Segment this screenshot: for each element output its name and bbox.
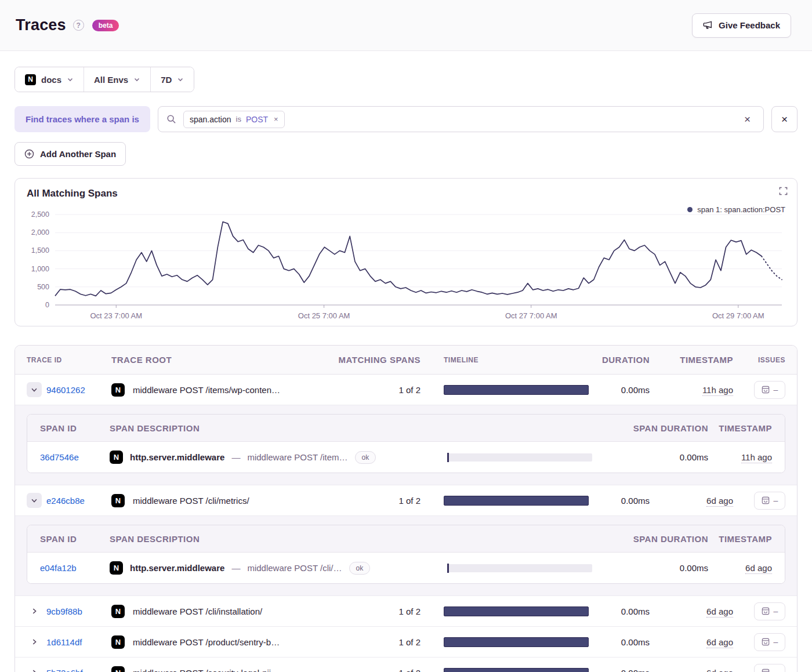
span-id-link[interactable]: 36d7546e <box>40 452 79 462</box>
issues-icon <box>762 496 770 504</box>
expand-chart-icon[interactable] <box>779 187 788 198</box>
issues-icon <box>762 669 770 672</box>
header-span-description: Span Description <box>110 423 447 433</box>
span-timeline-track <box>447 453 592 462</box>
expanded-spans-section: Span ID Span Description Span Duration T… <box>15 405 797 485</box>
trace-root-text: middleware POST /product/sentry-b… <box>133 637 280 647</box>
project-icon: N <box>111 383 125 397</box>
svg-text:500: 500 <box>37 283 49 291</box>
trace-id-link[interactable]: 1d6114df <box>46 637 82 647</box>
svg-text:1,000: 1,000 <box>31 265 49 273</box>
span-duration-value: 0.00ms <box>592 452 708 462</box>
issues-button[interactable]: – <box>754 381 785 399</box>
date-range-label: 7D <box>161 75 172 85</box>
span-timestamp-value: 6d ago <box>745 563 772 574</box>
trace-timeline-bar <box>444 637 589 647</box>
span-op: http.server.middleware <box>130 563 224 573</box>
svg-text:Oct 23 7:00 AM: Oct 23 7:00 AM <box>90 311 142 320</box>
span-desc: middleware POST /item… <box>247 452 347 462</box>
project-filter[interactable]: N docs <box>15 67 84 92</box>
add-another-span-button[interactable]: Add Another Span <box>14 142 126 166</box>
trace-id-link[interactable]: e246cb8e <box>46 496 85 506</box>
megaphone-icon <box>703 20 713 30</box>
span-search-input[interactable]: span.action is POST × × <box>158 106 764 132</box>
span-panel: Span ID Span Description Span Duration T… <box>27 525 785 584</box>
expand-chevron[interactable] <box>27 634 42 649</box>
trace-id-link[interactable]: 5b72a6bf <box>46 668 83 672</box>
table-row: e246cb8e N middleware POST /cli/metrics/… <box>15 485 797 516</box>
expand-chevron[interactable] <box>27 604 42 619</box>
span-panel: Span ID Span Description Span Duration T… <box>27 414 785 473</box>
issues-button[interactable]: – <box>754 664 785 672</box>
duration-value: 0.00ms <box>589 668 650 672</box>
traces-table-body: 94601262 N middleware POST /items/wp-con… <box>15 375 797 672</box>
trace-id-link[interactable]: 9cb9f88b <box>46 606 82 616</box>
matching-spans-value: 1 of 2 <box>322 637 420 647</box>
matching-spans-value: 1 of 2 <box>322 496 420 506</box>
issues-dash: – <box>774 668 778 672</box>
expand-chevron[interactable] <box>27 382 42 397</box>
spans-chart: 05001,0001,5002,0002,500Oct 23 7:00 AMOc… <box>27 206 785 322</box>
chevron-down-icon <box>177 76 184 83</box>
help-icon[interactable]: ? <box>73 20 84 31</box>
chart-legend: span 1: span.action:POST <box>687 205 785 214</box>
issues-dash: – <box>774 496 778 505</box>
filter-token[interactable]: span.action is POST × <box>183 111 285 128</box>
all-matching-spans-panel: All Matching Spans span 1: span.action:P… <box>14 178 798 326</box>
timestamp-value: 11h ago <box>702 385 733 396</box>
table-row: 94601262 N middleware POST /items/wp-con… <box>15 375 797 405</box>
environment-filter[interactable]: All Envs <box>84 67 150 92</box>
span-duration-value: 0.00ms <box>592 563 708 573</box>
header-span-timestamp: Timestamp <box>708 423 772 433</box>
timestamp-value: 6d ago <box>706 606 733 617</box>
issues-button[interactable]: – <box>754 492 785 510</box>
span-row: 36d7546e N http.server.middleware — midd… <box>27 442 785 473</box>
remove-span-query-button[interactable]: × <box>771 106 798 132</box>
header-trace-id: Trace ID <box>27 356 111 364</box>
span-table-header: Span ID Span Description Span Duration T… <box>27 525 785 553</box>
trace-root-text: middleware POST /security-legal-pii… <box>133 668 280 672</box>
header-matching-spans: Matching Spans <box>322 355 420 365</box>
header-span-description: Span Description <box>110 534 447 544</box>
matching-spans-value: 1 of 2 <box>322 668 420 672</box>
timestamp-value: 6d ago <box>706 496 733 507</box>
traces-table: Trace ID Trace Root Matching Spans Timel… <box>14 345 798 672</box>
remove-token-icon[interactable]: × <box>274 115 278 123</box>
span-id-link[interactable]: e04fa12b <box>40 563 77 573</box>
header-span-id: Span ID <box>40 534 110 544</box>
duration-value: 0.00ms <box>589 637 650 647</box>
page-header: Traces ? beta Give Feedback <box>0 0 812 51</box>
svg-text:0: 0 <box>45 301 49 309</box>
date-range-filter[interactable]: 7D <box>150 67 194 92</box>
project-icon: N <box>111 494 125 507</box>
table-row: 5b72a6bf N middleware POST /security-leg… <box>15 658 797 672</box>
matching-spans-value: 1 of 2 <box>322 385 420 395</box>
span-desc: middleware POST /cli/… <box>247 563 342 573</box>
expand-chevron[interactable] <box>27 493 42 508</box>
trace-timeline-bar <box>444 606 589 616</box>
token-operator: is <box>236 115 241 123</box>
legend-dot <box>687 207 693 212</box>
project-icon: N <box>110 561 123 575</box>
issues-dash: – <box>774 637 778 646</box>
issues-icon <box>762 386 770 394</box>
span-op-dash: — <box>231 563 240 573</box>
clear-search-icon[interactable]: × <box>740 111 755 128</box>
header-trace-root: Trace Root <box>111 355 322 365</box>
issues-icon <box>762 607 770 615</box>
issues-button[interactable]: – <box>754 633 785 651</box>
issues-button[interactable]: – <box>754 602 785 620</box>
give-feedback-button[interactable]: Give Feedback <box>692 13 791 38</box>
expand-chevron[interactable] <box>27 665 42 672</box>
trace-id-link[interactable]: 94601262 <box>46 385 85 395</box>
expanded-spans-section: Span ID Span Description Span Duration T… <box>15 516 797 596</box>
header-span-id: Span ID <box>40 423 110 433</box>
span-status-badge: ok <box>355 451 376 464</box>
project-filter-label: docs <box>41 75 61 85</box>
project-icon: N <box>110 451 123 464</box>
span-op-dash: — <box>231 452 240 462</box>
trace-root-text: middleware POST /cli/metrics/ <box>133 496 249 506</box>
span-row: e04fa12b N http.server.middleware — midd… <box>27 553 785 583</box>
give-feedback-label: Give Feedback <box>719 20 780 30</box>
span-status-badge: ok <box>349 562 371 575</box>
